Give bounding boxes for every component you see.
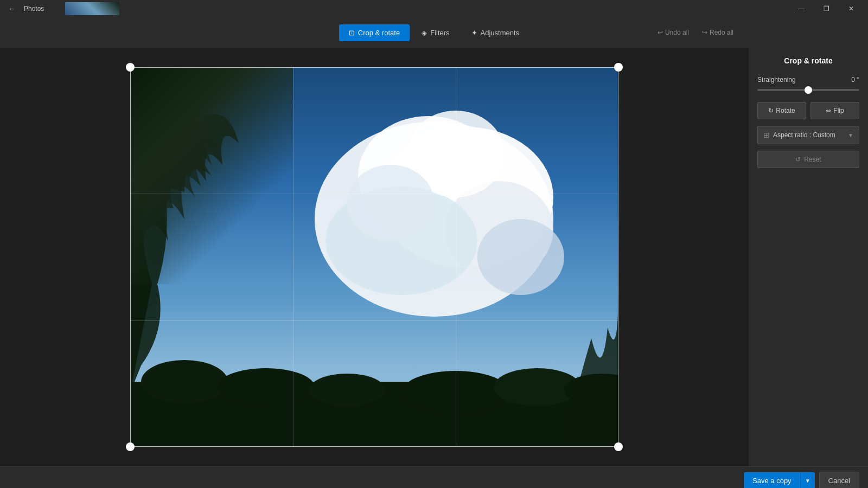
svg-point-7 (347, 165, 434, 241)
minimize-button[interactable]: — (789, 0, 814, 17)
panel-title: Crop & rotate (757, 56, 859, 69)
rotate-button[interactable]: ↻ Rotate (757, 102, 806, 119)
toolbar: ⊡ Crop & rotate ◈ Filters ✦ Adjustments … (0, 17, 868, 48)
photo-svg (130, 67, 618, 447)
footer: Save a copy ▼ Cancel (0, 466, 868, 488)
redo-all-button[interactable]: ↪ Redo all (698, 27, 738, 38)
svg-point-1 (315, 121, 553, 317)
svg-point-13 (401, 371, 510, 414)
window-controls: — ❐ ✕ (789, 0, 864, 17)
undo-redo-area: ↩ Undo all ↪ Redo all (653, 27, 738, 38)
svg-point-10 (141, 360, 228, 403)
svg-point-3 (358, 116, 499, 235)
straightening-section: Straightening 0 ° (757, 76, 859, 95)
crop-corner-bottom-right[interactable] (614, 442, 623, 451)
aspect-ratio-button[interactable]: ⊞ Aspect ratio : Custom ▼ (757, 126, 859, 144)
svg-point-12 (309, 374, 385, 406)
right-panel: Crop & rotate Straightening 0 ° ↻ Rotate… (749, 48, 868, 466)
flip-icon: ⇔ (826, 107, 831, 114)
redo-icon: ↪ (702, 29, 707, 36)
straightening-value: 0 ° (851, 76, 859, 84)
svg-rect-0 (130, 67, 618, 447)
svg-point-4 (445, 181, 553, 279)
thumbnail-strip (65, 2, 119, 15)
photo-background (130, 67, 618, 447)
aspect-ratio-icon: ⊞ (763, 131, 770, 139)
svg-point-5 (326, 187, 477, 295)
restore-button[interactable]: ❐ (814, 0, 839, 17)
close-button[interactable]: ✕ (839, 0, 864, 17)
crop-corner-top-right[interactable] (614, 63, 623, 72)
adjustments-icon: ✦ (471, 29, 477, 37)
app-title: Photos (24, 5, 44, 12)
back-button[interactable]: ← (4, 1, 20, 16)
straightening-slider[interactable] (757, 89, 859, 91)
filters-icon: ◈ (422, 29, 427, 37)
rotate-flip-row: ↻ Rotate ⇔ Flip (757, 102, 859, 119)
aspect-ratio-chevron-icon: ▼ (848, 132, 853, 138)
svg-point-8 (477, 219, 564, 295)
main-area: Crop & rotate Straightening 0 ° ↻ Rotate… (0, 48, 868, 466)
crop-corner-top-left[interactable] (126, 63, 135, 72)
undo-all-button[interactable]: ↩ Undo all (653, 27, 693, 38)
undo-icon: ↩ (658, 29, 663, 36)
svg-point-11 (217, 368, 315, 406)
reset-button[interactable]: ↺ Reset (757, 151, 859, 168)
svg-point-15 (564, 374, 618, 406)
aspect-ratio-label: Aspect ratio : Custom (773, 131, 848, 139)
svg-point-2 (380, 127, 553, 268)
flip-button[interactable]: ⇔ Flip (810, 102, 859, 119)
svg-rect-9 (130, 382, 618, 447)
adjustments-button[interactable]: ✦ Adjustments (462, 24, 529, 41)
crop-corner-bottom-left[interactable] (126, 442, 135, 451)
crop-container[interactable] (130, 67, 618, 447)
rotate-icon: ↻ (768, 107, 774, 114)
filters-button[interactable]: ◈ Filters (412, 24, 459, 41)
save-dropdown-button[interactable]: ▼ (800, 472, 815, 488)
cancel-button[interactable]: Cancel (819, 472, 859, 488)
save-button-group: Save a copy ▼ (744, 472, 814, 488)
straightening-label: Straightening (757, 76, 796, 84)
crop-icon: ⊡ (349, 29, 355, 37)
svg-point-14 (494, 368, 580, 406)
canvas-area (0, 48, 749, 466)
svg-point-6 (407, 111, 505, 197)
save-copy-button[interactable]: Save a copy (744, 472, 800, 488)
straightening-label-row: Straightening 0 ° (757, 76, 859, 84)
reset-icon: ↺ (795, 156, 801, 163)
crop-rotate-button[interactable]: ⊡ Crop & rotate (339, 24, 410, 41)
titlebar: ← Photos — ❐ ✕ (0, 0, 868, 17)
